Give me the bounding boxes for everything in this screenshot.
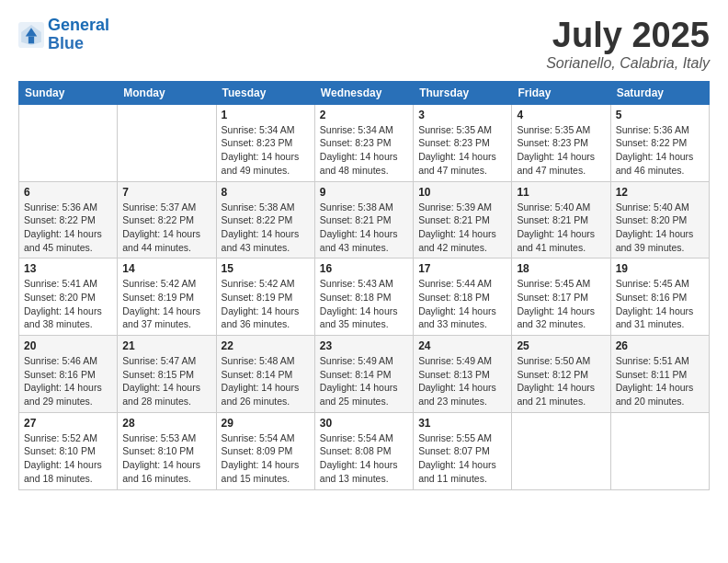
calendar-cell: 26Sunrise: 5:51 AMSunset: 8:11 PMDayligh… [610, 336, 709, 413]
day-number: 27 [24, 417, 112, 430]
calendar-cell: 10Sunrise: 5:39 AMSunset: 8:21 PMDayligh… [414, 181, 512, 259]
day-info: Sunrise: 5:35 AMSunset: 8:23 PMDaylight:… [517, 123, 605, 178]
day-info: Sunrise: 5:49 AMSunset: 8:14 PMDaylight:… [320, 354, 408, 408]
day-info: Sunrise: 5:52 AMSunset: 8:10 PMDaylight:… [24, 431, 112, 486]
calendar-cell: 13Sunrise: 5:41 AMSunset: 8:20 PMDayligh… [19, 259, 118, 336]
calendar-cell: 22Sunrise: 5:48 AMSunset: 8:14 PMDayligh… [216, 336, 314, 413]
day-number: 13 [24, 262, 112, 275]
day-info: Sunrise: 5:40 AMSunset: 8:20 PMDaylight:… [616, 201, 704, 255]
day-info: Sunrise: 5:53 AMSunset: 8:10 PMDaylight:… [122, 431, 210, 486]
day-number: 10 [418, 186, 506, 199]
calendar-cell: 31Sunrise: 5:55 AMSunset: 8:07 PMDayligh… [414, 412, 512, 489]
calendar-cell: 20Sunrise: 5:46 AMSunset: 8:16 PMDayligh… [19, 336, 118, 413]
title-block: July 2025 Sorianello, Calabria, Italy [546, 17, 710, 72]
day-info: Sunrise: 5:38 AMSunset: 8:22 PMDaylight:… [222, 201, 310, 255]
day-number: 3 [418, 109, 506, 121]
calendar-cell [512, 412, 610, 489]
calendar-cell [19, 104, 118, 181]
day-number: 25 [517, 339, 605, 352]
calendar-cell [610, 412, 709, 489]
day-number: 11 [517, 186, 605, 199]
day-number: 17 [418, 262, 506, 275]
calendar-cell: 11Sunrise: 5:40 AMSunset: 8:21 PMDayligh… [512, 181, 610, 259]
calendar-cell: 17Sunrise: 5:44 AMSunset: 8:18 PMDayligh… [414, 259, 512, 336]
day-info: Sunrise: 5:44 AMSunset: 8:18 PMDaylight:… [418, 277, 506, 331]
calendar-cell: 25Sunrise: 5:50 AMSunset: 8:12 PMDayligh… [512, 336, 610, 413]
location-subtitle: Sorianello, Calabria, Italy [546, 55, 710, 72]
day-info: Sunrise: 5:39 AMSunset: 8:21 PMDaylight:… [418, 201, 506, 255]
day-info: Sunrise: 5:54 AMSunset: 8:08 PMDaylight:… [320, 431, 408, 486]
day-info: Sunrise: 5:42 AMSunset: 8:19 PMDaylight:… [222, 277, 310, 331]
day-number: 18 [517, 262, 605, 275]
day-info: Sunrise: 5:54 AMSunset: 8:09 PMDaylight:… [222, 431, 310, 486]
header: General Blue July 2025 Sorianello, Calab… [18, 17, 710, 72]
page: General Blue July 2025 Sorianello, Calab… [0, 0, 728, 563]
day-info: Sunrise: 5:48 AMSunset: 8:14 PMDaylight:… [222, 354, 310, 408]
col-friday: Friday [512, 81, 610, 104]
day-info: Sunrise: 5:45 AMSunset: 8:16 PMDaylight:… [616, 277, 704, 331]
calendar-cell: 8Sunrise: 5:38 AMSunset: 8:22 PMDaylight… [216, 181, 314, 259]
day-number: 21 [122, 339, 210, 352]
day-info: Sunrise: 5:36 AMSunset: 8:22 PMDaylight:… [616, 123, 704, 178]
day-info: Sunrise: 5:42 AMSunset: 8:19 PMDaylight:… [122, 277, 210, 331]
day-number: 12 [616, 186, 704, 199]
day-info: Sunrise: 5:43 AMSunset: 8:18 PMDaylight:… [320, 277, 408, 331]
calendar-cell: 2Sunrise: 5:34 AMSunset: 8:23 PMDaylight… [314, 104, 413, 181]
day-info: Sunrise: 5:40 AMSunset: 8:21 PMDaylight:… [517, 201, 605, 255]
day-number: 8 [222, 186, 310, 199]
calendar-cell: 14Sunrise: 5:42 AMSunset: 8:19 PMDayligh… [118, 259, 216, 336]
col-sunday: Sunday [19, 81, 118, 104]
day-number: 30 [320, 417, 408, 430]
day-number: 15 [222, 262, 310, 275]
day-number: 4 [517, 109, 605, 121]
calendar-cell: 18Sunrise: 5:45 AMSunset: 8:17 PMDayligh… [512, 259, 610, 336]
col-tuesday: Tuesday [216, 81, 314, 104]
calendar-table: Sunday Monday Tuesday Wednesday Thursday… [18, 81, 710, 490]
day-info: Sunrise: 5:35 AMSunset: 8:23 PMDaylight:… [418, 123, 506, 178]
calendar-cell: 23Sunrise: 5:49 AMSunset: 8:14 PMDayligh… [314, 336, 413, 413]
col-wednesday: Wednesday [314, 81, 413, 104]
calendar-cell: 19Sunrise: 5:45 AMSunset: 8:16 PMDayligh… [610, 259, 709, 336]
week-row-3: 13Sunrise: 5:41 AMSunset: 8:20 PMDayligh… [19, 259, 710, 336]
calendar-cell: 16Sunrise: 5:43 AMSunset: 8:18 PMDayligh… [314, 259, 413, 336]
day-number: 6 [24, 186, 112, 199]
logo-icon [18, 22, 44, 48]
calendar-cell: 29Sunrise: 5:54 AMSunset: 8:09 PMDayligh… [216, 412, 314, 489]
day-info: Sunrise: 5:46 AMSunset: 8:16 PMDaylight:… [24, 354, 112, 408]
week-row-5: 27Sunrise: 5:52 AMSunset: 8:10 PMDayligh… [19, 412, 710, 489]
calendar-cell: 3Sunrise: 5:35 AMSunset: 8:23 PMDaylight… [414, 104, 512, 181]
day-info: Sunrise: 5:38 AMSunset: 8:21 PMDaylight:… [320, 201, 408, 255]
calendar-cell: 24Sunrise: 5:49 AMSunset: 8:13 PMDayligh… [414, 336, 512, 413]
day-info: Sunrise: 5:50 AMSunset: 8:12 PMDaylight:… [517, 354, 605, 408]
calendar-cell: 12Sunrise: 5:40 AMSunset: 8:20 PMDayligh… [610, 181, 709, 259]
day-info: Sunrise: 5:49 AMSunset: 8:13 PMDaylight:… [418, 354, 506, 408]
calendar-cell: 1Sunrise: 5:34 AMSunset: 8:23 PMDaylight… [216, 104, 314, 181]
calendar-cell: 5Sunrise: 5:36 AMSunset: 8:22 PMDaylight… [610, 104, 709, 181]
calendar-cell: 6Sunrise: 5:36 AMSunset: 8:22 PMDaylight… [19, 181, 118, 259]
day-number: 24 [418, 339, 506, 352]
day-number: 14 [122, 262, 210, 275]
day-info: Sunrise: 5:34 AMSunset: 8:23 PMDaylight:… [320, 123, 408, 178]
day-number: 20 [24, 339, 112, 352]
calendar-cell: 28Sunrise: 5:53 AMSunset: 8:10 PMDayligh… [118, 412, 216, 489]
day-info: Sunrise: 5:55 AMSunset: 8:07 PMDaylight:… [418, 431, 506, 486]
day-number: 28 [122, 417, 210, 430]
day-number: 26 [616, 339, 704, 352]
day-number: 29 [222, 417, 310, 430]
logo-line2: Blue [48, 35, 109, 53]
day-info: Sunrise: 5:47 AMSunset: 8:15 PMDaylight:… [122, 354, 210, 408]
day-number: 19 [616, 262, 704, 275]
col-monday: Monday [118, 81, 216, 104]
day-number: 7 [122, 186, 210, 199]
col-saturday: Saturday [610, 81, 709, 104]
calendar-cell: 9Sunrise: 5:38 AMSunset: 8:21 PMDaylight… [314, 181, 413, 259]
day-number: 23 [320, 339, 408, 352]
week-row-2: 6Sunrise: 5:36 AMSunset: 8:22 PMDaylight… [19, 181, 710, 259]
calendar-cell: 21Sunrise: 5:47 AMSunset: 8:15 PMDayligh… [118, 336, 216, 413]
logo: General Blue [18, 17, 109, 53]
calendar-cell: 30Sunrise: 5:54 AMSunset: 8:08 PMDayligh… [314, 412, 413, 489]
day-info: Sunrise: 5:41 AMSunset: 8:20 PMDaylight:… [24, 277, 112, 331]
calendar-cell: 7Sunrise: 5:37 AMSunset: 8:22 PMDaylight… [118, 181, 216, 259]
day-number: 22 [222, 339, 310, 352]
day-info: Sunrise: 5:37 AMSunset: 8:22 PMDaylight:… [122, 201, 210, 255]
